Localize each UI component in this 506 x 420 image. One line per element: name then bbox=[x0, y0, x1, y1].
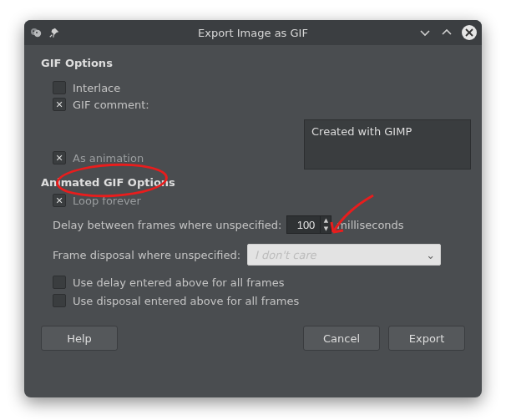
as-animation-label: As animation bbox=[73, 152, 144, 164]
use-disposal-all-label: Use disposal entered above for all frame… bbox=[73, 295, 299, 307]
as-animation-checkbox[interactable] bbox=[53, 151, 66, 164]
pin-icon[interactable] bbox=[48, 26, 61, 39]
spinner-down-icon[interactable]: ▼ bbox=[321, 225, 331, 233]
gif-options-header: GIF Options bbox=[41, 57, 465, 69]
export-gif-dialog: Export Image as GIF bbox=[24, 20, 482, 397]
use-delay-all-label: Use delay entered above for all frames bbox=[73, 276, 285, 289]
gif-comment-textarea[interactable]: Created with GIMP bbox=[304, 119, 471, 170]
disposal-value: I don't care bbox=[255, 249, 316, 261]
help-button[interactable]: Help bbox=[41, 326, 118, 351]
app-icon bbox=[29, 26, 43, 39]
svg-point-1 bbox=[34, 30, 41, 37]
export-button[interactable]: Export bbox=[388, 326, 465, 351]
interlace-label: Interlace bbox=[73, 82, 120, 94]
cancel-button[interactable]: Cancel bbox=[303, 326, 380, 351]
interlace-checkbox[interactable] bbox=[53, 81, 66, 94]
gif-comment-label: GIF comment: bbox=[73, 99, 149, 111]
loop-forever-checkbox[interactable] bbox=[53, 194, 66, 207]
disposal-label: Frame disposal where unspecified: bbox=[53, 249, 240, 261]
svg-point-2 bbox=[33, 30, 34, 32]
use-disposal-all-checkbox[interactable] bbox=[53, 294, 66, 307]
delay-spinner[interactable]: ▲ ▼ bbox=[286, 215, 331, 234]
minimize-icon[interactable] bbox=[418, 26, 432, 39]
svg-point-3 bbox=[36, 32, 38, 33]
gif-comment-checkbox[interactable] bbox=[53, 98, 66, 111]
delay-label-right: milliseconds bbox=[336, 219, 403, 231]
close-button[interactable] bbox=[462, 25, 477, 40]
chevron-down-icon: ⌄ bbox=[426, 249, 435, 261]
window-title: Export Image as GIF bbox=[88, 27, 418, 39]
svg-line-4 bbox=[50, 35, 53, 38]
titlebar: Export Image as GIF bbox=[24, 20, 482, 45]
maximize-icon[interactable] bbox=[440, 26, 453, 39]
disposal-dropdown[interactable]: I don't care ⌄ bbox=[247, 244, 441, 266]
delay-input[interactable] bbox=[286, 215, 320, 234]
loop-forever-label: Loop forever bbox=[73, 195, 141, 207]
spinner-up-icon[interactable]: ▲ bbox=[321, 216, 331, 225]
delay-label-left: Delay between frames where unspecified: bbox=[53, 219, 281, 231]
use-delay-all-checkbox[interactable] bbox=[53, 276, 66, 289]
animated-gif-options-header: Animated GIF Options bbox=[41, 176, 465, 189]
